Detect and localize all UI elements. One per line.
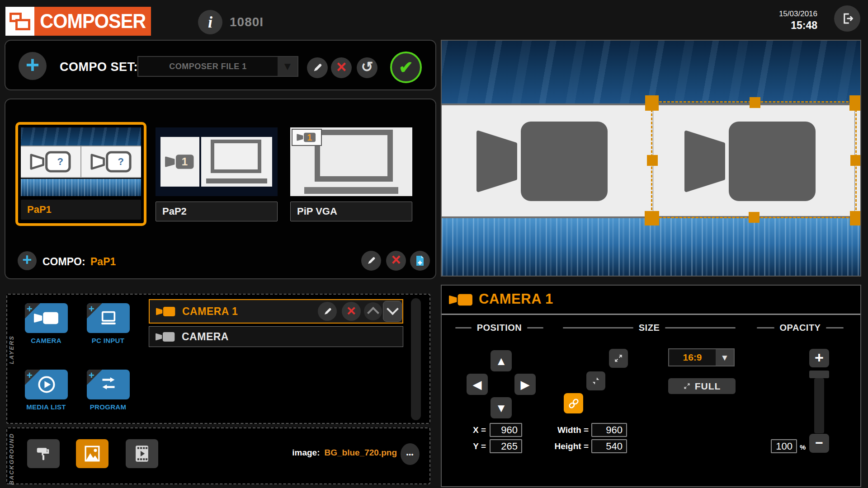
logo-icon [5,7,34,36]
selection-handle[interactable] [750,97,760,108]
camera-outline-icon [25,149,76,174]
nudge-up-button[interactable]: ▲ [491,350,512,371]
selection-handle[interactable] [647,155,658,166]
layers-scrollbar[interactable] [411,298,421,420]
compo-thumb-pap1[interactable]: ? ? PaP1 [15,122,146,226]
dropdown-arrow-box: ▼ [716,349,734,366]
divider [665,327,736,328]
size-increase-button[interactable] [609,349,628,368]
duplicate-compo-button[interactable] [410,251,430,271]
selection-handle[interactable] [850,211,861,225]
height-input[interactable] [591,439,627,453]
camera-solid-icon [165,153,195,171]
link-aspect-button[interactable] [564,393,583,413]
info-button[interactable]: i [198,10,222,34]
inspector-panel: CAMERA 1 POSITION SIZE OPACITY ▲ ◀ ▶ ▼ X… [441,285,861,487]
compo-thumb-pap2[interactable]: 1 [156,127,278,196]
edit-layer-button[interactable] [318,302,337,321]
opacity-slider-thumb[interactable] [809,371,829,378]
tile-pc-input-label: PC INPUT [76,337,140,344]
nudge-down-button[interactable]: ▼ [491,397,512,418]
preview-sea [442,218,860,276]
tile-program-label: PROGRAM [76,403,140,411]
confirm-compo-set-button[interactable]: ✔ [390,52,422,83]
compo-set-file-name: COMPOSER FILE 1 [169,62,247,71]
preview-sky [442,41,860,103]
background-video-button[interactable] [126,439,158,468]
layer-selection-box[interactable] [651,101,857,218]
background-more-button[interactable]: ••• [401,443,420,465]
plus-icon: + [22,252,32,268]
opacity-label: OPACITY [780,323,821,333]
y-label: Y = [455,441,486,451]
background-image-button[interactable] [76,439,108,468]
duplicate-file-icon [415,255,425,266]
edit-compo-button[interactable] [361,251,381,271]
delete-compo-button[interactable]: × [386,251,406,271]
check-icon: ✔ [399,59,413,76]
delete-compo-set-button[interactable]: × [331,57,352,78]
layer-row-camera-1[interactable]: CAMERA 1 × [149,299,403,324]
selection-handle[interactable] [645,211,659,225]
width-input[interactable] [591,423,627,437]
y-input[interactable] [490,439,522,453]
logo-text: COMPOSER [40,9,146,33]
layer-row-camera[interactable]: CAMERA [149,326,403,347]
opacity-slider-track[interactable] [814,378,824,433]
expand-icon [683,382,691,390]
height-label: Height = [537,441,589,451]
pc-input-icon [97,309,120,327]
pap1-thumb-sea [21,179,141,196]
monitor-icon [315,130,393,182]
opacity-decrease-button[interactable]: − [809,434,829,453]
compo-thumb-pipvga[interactable]: 1 [290,127,412,196]
tile-pc-input[interactable]: + PC INPUT [87,303,130,333]
selection-handle[interactable] [849,95,861,111]
tile-program[interactable]: + PROGRAM [87,370,130,399]
preview-camera-left [476,121,609,202]
selection-handle[interactable] [749,212,760,223]
dropdown-arrow-box: ▼ [278,57,297,76]
ellipsis-icon: ••• [406,451,414,457]
add-compo-set-button[interactable]: + [19,52,47,80]
compo-thumb-pipvga-labelbar[interactable]: PiP VGA [290,202,412,221]
compo-thumb-pap2-labelbar[interactable]: PaP2 [156,202,278,221]
undo-icon: ↺ [361,60,373,74]
opacity-increase-button[interactable]: + [809,349,829,367]
arrow-right-icon: ▶ [521,379,530,390]
tile-media-list[interactable]: + MEDIA LIST [25,370,68,399]
edit-compo-set-button[interactable] [307,57,328,78]
aspect-ratio-dropdown[interactable]: 16:9 ▼ [668,348,735,366]
arrow-down-icon: ▼ [495,402,507,414]
pip-badge: 1 [307,132,312,143]
size-decrease-button[interactable] [586,371,605,390]
arrow-up-icon: ▲ [495,355,507,367]
opacity-input[interactable] [771,439,797,453]
full-size-button[interactable]: FULL [668,378,736,394]
x-input[interactable] [490,423,522,437]
nudge-right-button[interactable]: ▶ [514,374,536,395]
monitor-bar [304,187,398,194]
preview-panel[interactable] [441,40,861,277]
pip-camera-badge: 1 [292,129,322,146]
delete-layer-button[interactable]: × [342,302,361,321]
exit-button[interactable] [834,5,860,32]
add-compo-button[interactable]: + [18,251,37,270]
move-layer-down-button[interactable] [383,301,402,322]
compo-set-dropdown[interactable]: COMPOSER FILE 1 ▼ [137,56,298,77]
compo-thumb-label: PaP1 [27,204,52,216]
move-layer-up-button[interactable] [364,302,382,320]
tile-media-list-label: MEDIA LIST [14,403,78,411]
selection-handle[interactable] [850,155,861,166]
width-label: Width = [537,425,589,435]
pap2-badge: 1 [182,155,188,168]
compo-thumb-label: PaP2 [162,206,187,217]
nudge-left-button[interactable]: ◀ [467,374,488,395]
undo-compo-set-button[interactable]: ↺ [357,57,377,78]
selection-handle[interactable] [645,95,659,111]
compo-selected-name: PaP1 [90,256,116,268]
tile-camera[interactable]: + CAMERA [25,303,68,333]
chevron-down-icon [387,303,399,315]
background-color-button[interactable] [27,439,60,468]
shrink-icon [591,376,601,386]
